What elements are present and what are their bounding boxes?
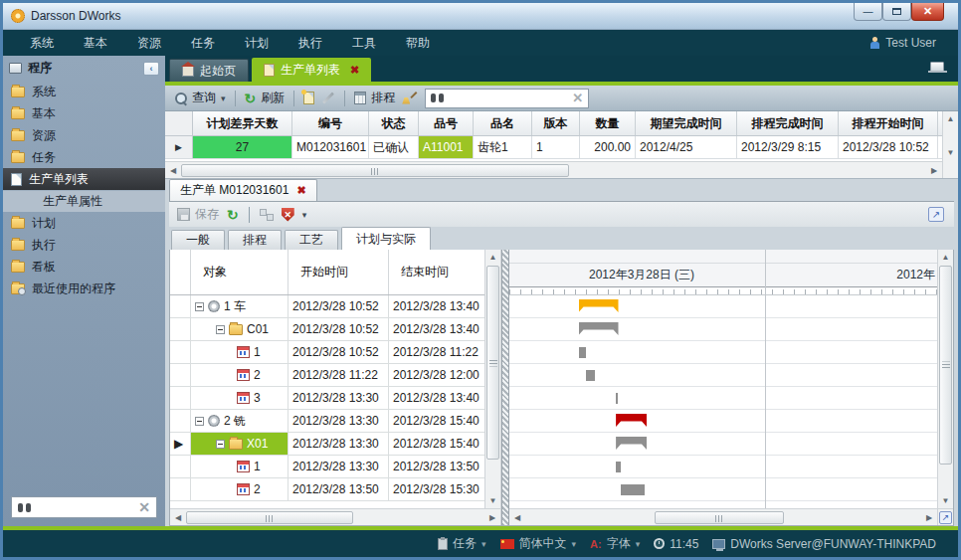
save-button[interactable]: 保存 bbox=[177, 206, 219, 223]
query-button[interactable]: 查询 ▾ bbox=[175, 90, 226, 106]
splitter-handle[interactable] bbox=[501, 250, 509, 525]
column-header-期望完成时间[interactable]: 期望完成时间 bbox=[636, 111, 737, 135]
scroll-up-icon[interactable]: ▲ bbox=[485, 250, 500, 265]
sidebar-item-生产单列表[interactable]: 生产单列表 bbox=[3, 168, 165, 190]
detail-tab-一般[interactable]: 一般 bbox=[171, 230, 225, 250]
tree-node[interactable]: 1 bbox=[191, 341, 288, 363]
detail-tab-计划与实际[interactable]: 计划与实际 bbox=[341, 227, 431, 250]
tree-vscrollbar[interactable]: ▲ ▼ bbox=[484, 250, 500, 508]
sidebar-item-基本[interactable]: 基本 bbox=[3, 102, 165, 124]
column-header-排程开始时间[interactable]: 排程开始时间 bbox=[839, 111, 938, 135]
gantt-bar-task[interactable] bbox=[616, 462, 621, 472]
scroll-left-icon[interactable]: ◀ bbox=[170, 513, 186, 522]
tree-collapse-icon[interactable] bbox=[216, 440, 225, 449]
tree-node[interactable]: 1 bbox=[191, 456, 288, 477]
tree-column-header-开始时间[interactable]: 开始时间 bbox=[288, 250, 389, 294]
menu-item-基本[interactable]: 基本 bbox=[69, 30, 122, 56]
shield-dropdown-icon[interactable]: ▾ bbox=[302, 210, 307, 220]
scroll-up-icon[interactable]: ▲ bbox=[943, 111, 958, 126]
broom-icon[interactable] bbox=[402, 92, 416, 105]
user-area[interactable]: Test User bbox=[869, 36, 936, 50]
tree-row-1[interactable]: 12012/3/28 10:522012/3/28 11:22 bbox=[170, 341, 500, 364]
cancel-shield-icon[interactable]: ✕ bbox=[282, 208, 294, 222]
gantt-bar-task[interactable] bbox=[586, 370, 595, 381]
sidebar-search-box[interactable]: ✕ bbox=[11, 496, 157, 518]
tree-collapse-icon[interactable] bbox=[195, 302, 204, 311]
tree-node[interactable]: X01 bbox=[191, 433, 288, 455]
menu-item-帮助[interactable]: 帮助 bbox=[391, 30, 445, 56]
scroll-up-icon[interactable]: ▲ bbox=[938, 250, 953, 265]
gantt-vscroll-thumb[interactable] bbox=[939, 266, 952, 465]
detail-tab-排程[interactable]: 排程 bbox=[228, 230, 282, 250]
font-dropdown-icon[interactable]: ▾ bbox=[636, 539, 641, 549]
task-dropdown-icon[interactable]: ▾ bbox=[481, 539, 486, 549]
tab-close-icon[interactable]: ✖ bbox=[350, 64, 359, 77]
maximize-button[interactable] bbox=[882, 3, 911, 21]
tree-row-2 铣[interactable]: 2 铣2012/3/28 13:302012/3/28 15:40 bbox=[170, 410, 500, 433]
column-header-品号[interactable]: 品号 bbox=[419, 111, 474, 135]
tree-hscrollbar[interactable]: ◀ ▶ bbox=[170, 508, 500, 525]
menu-item-工具[interactable]: 工具 bbox=[337, 30, 391, 56]
tree-row-C01[interactable]: C012012/3/28 10:522012/3/28 13:40 bbox=[170, 318, 500, 341]
tree-node[interactable]: C01 bbox=[191, 318, 288, 340]
schedule-button[interactable]: 排程 bbox=[354, 90, 395, 106]
tree-node[interactable]: 2 铣 bbox=[191, 410, 288, 432]
minimize-button[interactable]: — bbox=[854, 3, 882, 21]
sidebar-item-系统[interactable]: 系统 bbox=[3, 81, 165, 102]
sidebar-item-资源[interactable]: 资源 bbox=[3, 124, 165, 146]
tree-collapse-icon[interactable] bbox=[216, 325, 225, 334]
orders-hscrollbar[interactable]: ◀ ▶ bbox=[165, 161, 942, 178]
detail-tab-工艺[interactable]: 工艺 bbox=[285, 230, 338, 250]
language-dropdown-icon[interactable]: ▾ bbox=[572, 539, 577, 549]
column-header-版本[interactable]: 版本 bbox=[532, 111, 580, 135]
gantt-bar-task[interactable] bbox=[621, 484, 645, 495]
grid-search-box[interactable]: ✕ bbox=[425, 89, 589, 108]
gantt-corner-button[interactable]: ↗ bbox=[937, 508, 953, 525]
open-in-window-icon[interactable]: ↗ bbox=[928, 207, 944, 222]
orders-hscroll-thumb[interactable] bbox=[181, 164, 569, 177]
gantt-hscroll-thumb[interactable] bbox=[655, 511, 784, 524]
tree-row-X01[interactable]: ▶X012012/3/28 13:302012/3/28 15:40 bbox=[170, 433, 500, 456]
orders-vscrollbar[interactable]: ▲ ▼ bbox=[942, 111, 958, 178]
tree-node[interactable]: 2 bbox=[191, 364, 288, 386]
sidebar-item-任务[interactable]: 任务 bbox=[3, 146, 165, 168]
grid-search-clear-icon[interactable]: ✕ bbox=[572, 91, 583, 105]
new-document-icon[interactable] bbox=[303, 92, 314, 104]
tree-collapse-icon[interactable] bbox=[195, 417, 204, 426]
scroll-right-icon[interactable]: ▶ bbox=[484, 513, 500, 522]
tree-row-1 车[interactable]: 1 车2012/3/28 10:522012/3/28 13:40 bbox=[170, 295, 500, 318]
refresh-button[interactable]: ↻ 刷新 bbox=[245, 90, 286, 106]
tree-row-2[interactable]: 22012/3/28 13:502012/3/28 15:30 bbox=[170, 478, 500, 501]
sidebar-item-执行[interactable]: 执行 bbox=[3, 234, 165, 256]
gantt-vscrollbar[interactable]: ▲ ▼ bbox=[937, 250, 953, 508]
close-button[interactable]: ✕ bbox=[911, 3, 944, 21]
sidebar-collapse-button[interactable]: ‹ bbox=[143, 62, 159, 76]
menu-item-计划[interactable]: 计划 bbox=[230, 30, 284, 56]
detail-tab-close-icon[interactable]: ✖ bbox=[296, 184, 305, 197]
detail-refresh-icon[interactable]: ↻ bbox=[227, 209, 239, 221]
menu-item-执行[interactable]: 执行 bbox=[284, 30, 337, 56]
tree-vscroll-thumb[interactable] bbox=[486, 266, 499, 460]
scroll-right-icon[interactable]: ▶ bbox=[921, 513, 937, 522]
window-list-icon[interactable] bbox=[930, 62, 944, 72]
column-header-数量[interactable]: 数量 bbox=[580, 111, 636, 135]
gantt-bar-task[interactable] bbox=[616, 393, 618, 404]
menu-item-系统[interactable]: 系统 bbox=[15, 30, 69, 56]
scroll-down-icon[interactable]: ▼ bbox=[943, 145, 958, 160]
sidebar-item-计划[interactable]: 计划 bbox=[3, 212, 165, 234]
sidebar-item-生产单属性[interactable]: 生产单属性 bbox=[3, 190, 165, 212]
tab-起始页[interactable]: 起始页 bbox=[169, 59, 249, 82]
query-dropdown-icon[interactable]: ▾ bbox=[221, 93, 226, 103]
column-header-排程完成时间[interactable]: 排程完成时间 bbox=[737, 111, 839, 135]
tree-column-header-结束时间[interactable]: 结束时间 bbox=[389, 250, 485, 294]
routing-icon[interactable] bbox=[260, 209, 274, 221]
tree-column-header-对象[interactable]: 对象 bbox=[191, 250, 288, 294]
menu-item-任务[interactable]: 任务 bbox=[176, 30, 230, 56]
scroll-left-icon[interactable]: ◀ bbox=[165, 166, 181, 175]
tree-row-3[interactable]: 32012/3/28 13:302012/3/28 13:40 bbox=[170, 387, 500, 410]
menu-item-资源[interactable]: 资源 bbox=[122, 30, 176, 56]
status-font-menu[interactable]: A: 字体 ▾ bbox=[590, 535, 640, 552]
column-header-状态[interactable]: 状态 bbox=[369, 111, 419, 135]
scroll-down-icon[interactable]: ▼ bbox=[485, 493, 500, 508]
sidebar-search-clear-icon[interactable]: ✕ bbox=[138, 499, 150, 515]
